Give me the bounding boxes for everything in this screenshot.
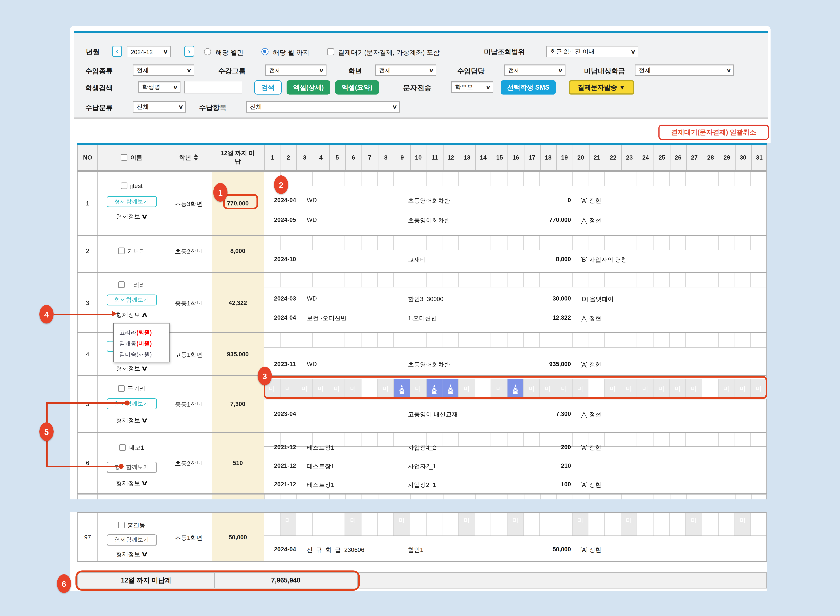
grade-cell: 고등1학년 [166, 351, 212, 359]
header-no: NO [78, 145, 97, 170]
row-checkbox[interactable] [118, 282, 125, 288]
row-checkbox[interactable] [118, 385, 125, 392]
rows-gap-band [70, 500, 767, 512]
student-name: 고리라 [127, 282, 145, 288]
sibling-info-toggle[interactable]: 형제정보∨ [102, 550, 162, 559]
divider [427, 494, 427, 500]
sibling-info-toggle[interactable]: 형제정보∨ [102, 213, 162, 221]
divider [605, 494, 606, 500]
search-type-select[interactable]: 학생명∨ [138, 81, 181, 93]
selected-students-sms-button[interactable]: 선택학생 SMS [501, 80, 556, 95]
row-no: 3 [78, 299, 97, 306]
range-select[interactable]: 최근 2년 전 이내∨ [546, 46, 638, 57]
detail-amount: 935,000 [505, 361, 571, 367]
sibling-info-toggle[interactable]: 형제정보∨ [102, 479, 162, 487]
chevron-down-icon: ∨ [186, 67, 191, 73]
sibling-view-button[interactable]: 형제함께보기 [106, 462, 157, 473]
detail-class: 테스트장1 [307, 444, 334, 452]
grade-filter-select[interactable]: 전체∨ [375, 65, 436, 76]
search-button-label: 검색 [262, 83, 275, 92]
day-cell [378, 273, 394, 287]
row-checkbox[interactable] [119, 444, 126, 451]
day-cell [297, 172, 313, 186]
header-day-27: 27 [686, 145, 703, 170]
yearmonth-select[interactable]: 2024-12∨ [127, 46, 171, 57]
day-cell [588, 513, 605, 535]
divider [410, 494, 411, 500]
day-cell [475, 513, 491, 535]
payment-sms-button[interactable]: 결제문자발송 ▼ [569, 80, 634, 95]
chevron-down-icon: ∨ [630, 48, 636, 55]
day-cell [264, 333, 280, 347]
sort-icon[interactable] [194, 154, 198, 161]
search-button[interactable]: 검색 [254, 80, 282, 95]
sibling-view-button[interactable]: 형제함께보기 [106, 534, 157, 545]
day-cell [410, 172, 427, 186]
day-cell [572, 333, 588, 347]
day-cell [443, 172, 459, 186]
highlight-box-total [75, 571, 360, 591]
day-cell [524, 513, 540, 535]
detail-amount: 12,322 [505, 314, 571, 321]
teacher-value: 전체 [508, 66, 520, 74]
attendance-strip [264, 172, 768, 186]
day-cell [751, 333, 767, 347]
sibling-info-toggle[interactable]: 형제정보∨ [102, 364, 162, 373]
next-month-button[interactable]: › [184, 46, 194, 57]
day-cell [362, 236, 378, 250]
radio-month-until[interactable] [262, 48, 269, 55]
header-day-11: 11 [427, 145, 443, 170]
day-cell [459, 273, 475, 287]
detail-amount: 30,000 [505, 295, 571, 302]
day-cell [313, 513, 329, 535]
day-cell [378, 513, 394, 535]
row-checkbox[interactable] [118, 522, 125, 528]
teacher-select[interactable]: 전체∨ [504, 65, 565, 76]
day-cell [410, 273, 427, 287]
day-cell [491, 172, 508, 186]
receipt-item-label: 수납항목 [199, 103, 227, 113]
row-checkbox[interactable] [121, 182, 127, 189]
sms-target-select[interactable]: 학부모∨ [451, 81, 493, 93]
day-cell [653, 333, 670, 347]
row-checkbox[interactable] [118, 248, 125, 254]
detail-item: 할인3_30000 [408, 295, 443, 303]
detail-amount: 770,000 [505, 216, 571, 223]
radio-month-only[interactable] [204, 48, 211, 55]
excel-summary-button[interactable]: 엑셀(요약) [335, 80, 379, 95]
sibling-tooltip-item: 김미숙(재원) [119, 349, 169, 359]
prev-month-button[interactable]: ‹ [112, 46, 122, 57]
detail-date: 2021-12 [274, 481, 296, 487]
unpaid-target-select[interactable]: 전체∨ [635, 65, 734, 76]
day-cell [540, 236, 556, 250]
prev-icon: ‹ [116, 47, 118, 55]
sibling-view-button[interactable]: 형제함께보기 [106, 295, 157, 305]
student-search-input[interactable] [184, 81, 242, 94]
include-pending-checkbox[interactable] [327, 48, 334, 55]
sibling-view-button[interactable]: 형제함께보기 [106, 196, 157, 207]
select-all-checkbox[interactable] [121, 154, 128, 161]
day-cell [605, 273, 621, 287]
detail-manager: [A] 정현 [580, 361, 602, 369]
student-name: 데모1 [129, 444, 144, 451]
detail-class: 테스트장1 [307, 462, 334, 471]
day-cell [637, 172, 653, 186]
sibling-info-toggle[interactable]: 형제정보∨ [102, 417, 162, 425]
detail-date: 2023-11 [274, 361, 296, 367]
class-type-select[interactable]: 전체∨ [133, 65, 194, 76]
cancel-pending-button[interactable]: 결제대기(문자결제) 일괄취소 [658, 125, 769, 140]
row-no: 6 [78, 459, 97, 466]
receipt-item-select[interactable]: 전체∨ [246, 101, 400, 113]
sibling-info-toggle[interactable]: 형제정보∧ [102, 311, 162, 319]
receipt-class-select[interactable]: 전체∨ [133, 101, 186, 113]
header-day-6: 6 [345, 145, 362, 170]
excel-detail-button[interactable]: 엑셀(상세) [287, 80, 330, 95]
payment-detail-row: 2024-05WD초등영어회차반770,000[A] 정현 [264, 216, 768, 225]
sibling-view-button[interactable]: 형제함께보기 [106, 398, 157, 409]
day-cell [524, 333, 540, 347]
day-cell [637, 333, 653, 347]
course-group-value: 전체 [269, 66, 281, 74]
day-cell [572, 172, 588, 186]
sibling-info-label: 형제정보 [116, 311, 140, 318]
course-group-select[interactable]: 전체∨ [265, 65, 327, 76]
